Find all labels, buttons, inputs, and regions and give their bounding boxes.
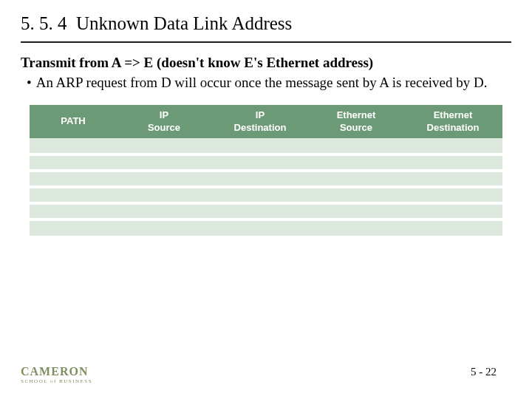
table-row [30, 203, 502, 219]
table-row [30, 219, 502, 236]
table-row [30, 154, 502, 171]
bullet-item: •An ARP request from D will occur once t… [21, 74, 511, 92]
logo-line2: SCHOOL of BUSINESS [21, 379, 92, 384]
logo-line1: CAMERON [21, 365, 88, 378]
title-divider [21, 41, 511, 43]
table-row [30, 138, 502, 154]
table-row [30, 171, 502, 187]
footer-logo: CAMERON SCHOOL of BUSINESS [21, 366, 92, 384]
bullet-marker: • [27, 75, 36, 90]
th-eth-destination: EthernetDestination [403, 105, 502, 138]
bullet-text: An ARP request from D will occur once th… [36, 75, 488, 90]
table-header-row: PATH IPSource IPDestination EthernetSour… [30, 105, 502, 138]
slide-title: 5. 5. 4 Unknown Data Link Address [21, 13, 511, 34]
th-ip-destination: IPDestination [211, 105, 309, 138]
th-eth-source: EthernetSource [309, 105, 403, 138]
th-ip-source: IPSource [117, 105, 211, 138]
section-title-text: Unknown Data Link Address [76, 13, 292, 33]
th-path: PATH [30, 105, 117, 138]
section-number: 5. 5. 4 [21, 13, 67, 33]
table-row [30, 187, 502, 203]
routing-table: PATH IPSource IPDestination EthernetSour… [30, 105, 502, 236]
page-number: 5 - 22 [471, 366, 497, 378]
subtitle: Transmit from A => E (doesn't know E's E… [21, 55, 511, 71]
